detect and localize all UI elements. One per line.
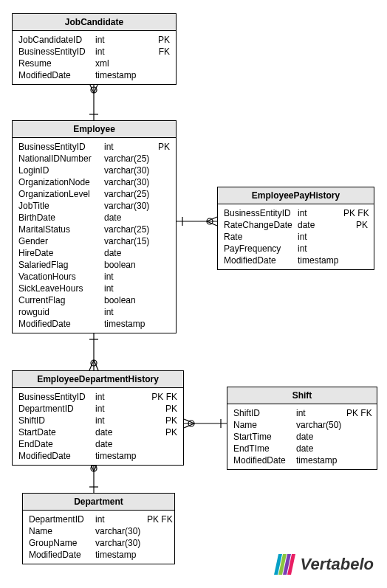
column-type: varchar(15) <box>104 235 156 247</box>
svg-point-12 <box>91 360 97 366</box>
entity-title: EmployeeDepartmentHistory <box>13 371 183 388</box>
entity-title: Department <box>23 494 174 511</box>
vertabelo-logo: Vertabelo <box>274 554 374 575</box>
column-name: BusinessEntityID <box>18 46 95 58</box>
column-key: FK <box>159 46 170 58</box>
column-type: int <box>298 243 343 255</box>
column-type: timestamp <box>296 454 346 466</box>
column-key: PK <box>165 403 177 415</box>
column-row: StartDatedatePK <box>18 426 177 438</box>
column-name: CurrentFlag <box>18 294 104 306</box>
column-name: BusinessEntityID <box>18 391 95 403</box>
column-row: OrganizationLevelvarchar(25) <box>18 188 170 200</box>
column-type: int <box>95 415 147 426</box>
column-key: PK FK <box>346 407 372 419</box>
column-name: BusinessEntityID <box>18 141 104 153</box>
column-type: int <box>95 46 147 58</box>
column-row: Gendervarchar(15) <box>18 235 170 247</box>
column-row: BusinessEntityIDintPK <box>18 141 170 153</box>
column-name: SalariedFlag <box>18 259 104 271</box>
column-name: StartTime <box>233 431 296 443</box>
column-row: ModifiedDatetimestamp <box>233 454 371 466</box>
column-name: DepartmentID <box>29 513 95 525</box>
column-type: varchar(30) <box>95 537 147 549</box>
column-type: int <box>296 407 346 419</box>
column-name: Gender <box>18 235 104 247</box>
entity-body: JobCandidateIDintPKBusinessEntityIDintFK… <box>13 31 176 84</box>
column-row: ShiftIDintPK FK <box>233 407 371 419</box>
column-row: PayFrequencyint <box>224 243 368 255</box>
svg-line-8 <box>207 217 217 221</box>
svg-point-21 <box>91 466 97 471</box>
column-row: ModifiedDatetimestamp <box>18 450 177 462</box>
column-key: PK <box>165 415 177 426</box>
column-row: JobTitlevarchar(30) <box>18 200 170 212</box>
column-type: int <box>104 283 156 294</box>
column-type: varchar(50) <box>296 419 346 431</box>
entity-title: Employee <box>13 121 176 138</box>
column-type: timestamp <box>104 318 156 330</box>
svg-point-7 <box>207 218 213 224</box>
column-type: varchar(25) <box>104 153 156 165</box>
column-name: Name <box>29 525 95 537</box>
column-type: int <box>104 306 156 318</box>
column-name: GroupName <box>29 537 95 549</box>
column-type: varchar(30) <box>95 525 147 537</box>
column-type: varchar(30) <box>104 165 156 176</box>
column-type: date <box>296 443 346 454</box>
column-row: Resumexml <box>18 58 170 69</box>
entity-job-candidate: JobCandidate JobCandidateIDintPKBusiness… <box>12 13 177 85</box>
entity-body: ShiftIDintPK FKNamevarchar(50)StartTimed… <box>227 404 377 469</box>
column-type: timestamp <box>95 69 147 81</box>
column-name: Resume <box>18 58 95 69</box>
column-row: Rateint <box>224 231 368 243</box>
entity-body: BusinessEntityIDintPK FKDepartmentIDintP… <box>13 388 183 465</box>
column-row: VacationHoursint <box>18 271 170 283</box>
column-row: Namevarchar(30) <box>29 525 168 537</box>
column-key: PK FK <box>147 513 173 525</box>
column-row: JobCandidateIDintPK <box>18 34 170 46</box>
column-name: PayFrequency <box>224 243 298 255</box>
entity-department: Department DepartmentIDintPK FKNamevarch… <box>22 493 175 564</box>
entity-employee-department-history: EmployeeDepartmentHistory BusinessEntity… <box>12 370 184 466</box>
column-type: int <box>298 231 343 243</box>
column-name: ModifiedDate <box>18 450 95 462</box>
svg-line-9 <box>207 221 217 226</box>
column-name: EndDate <box>18 438 95 450</box>
column-name: SickLeaveHours <box>18 283 104 294</box>
column-type: varchar(25) <box>104 188 156 200</box>
entity-employee-pay-history: EmployeePayHistory BusinessEntityIDintPK… <box>217 187 374 270</box>
column-row: DepartmentIDintPK <box>18 403 177 415</box>
column-row: ModifiedDatetimestamp <box>18 318 170 330</box>
column-type: xml <box>95 58 147 69</box>
column-row: EndTImedate <box>233 443 371 454</box>
column-name: ShiftID <box>18 415 95 426</box>
column-row: BusinessEntityIDintFK <box>18 46 170 58</box>
column-row: ModifiedDatetimestamp <box>18 69 170 81</box>
column-type: date <box>95 426 147 438</box>
vertabelo-logo-text: Vertabelo <box>301 555 374 574</box>
column-name: JobCandidateID <box>18 34 95 46</box>
column-type: varchar(30) <box>104 176 156 188</box>
column-name: ModifiedDate <box>29 549 95 561</box>
entity-body: BusinessEntityIDintPK FKRateChangeDateda… <box>218 204 374 269</box>
column-name: OrganizationNode <box>18 176 104 188</box>
svg-line-17 <box>184 419 194 423</box>
column-row: MaritalStatusvarchar(25) <box>18 224 170 235</box>
column-name: BirthDate <box>18 212 104 224</box>
column-name: ModifiedDate <box>224 255 298 266</box>
column-name: OrganizationLevel <box>18 188 104 200</box>
column-key: PK FK <box>343 207 369 219</box>
column-name: ModifiedDate <box>18 318 104 330</box>
entity-body: DepartmentIDintPK FKNamevarchar(30)Group… <box>23 511 174 564</box>
column-row: SalariedFlagboolean <box>18 259 170 271</box>
column-key: PK <box>158 141 170 153</box>
column-row: NationalIDNumbervarchar(25) <box>18 153 170 165</box>
column-key: PK <box>165 426 177 438</box>
column-name: Name <box>233 419 296 431</box>
column-name: EndTIme <box>233 443 296 454</box>
column-type: int <box>95 391 147 403</box>
column-row: rowguidint <box>18 306 170 318</box>
column-row: SickLeaveHoursint <box>18 283 170 294</box>
column-row: CurrentFlagboolean <box>18 294 170 306</box>
